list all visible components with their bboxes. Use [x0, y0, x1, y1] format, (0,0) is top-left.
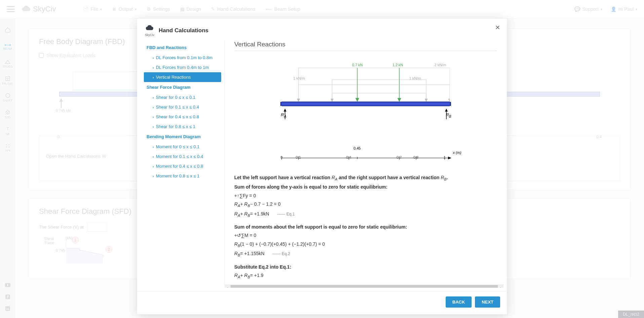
nav-item-moment-4[interactable]: ›Moment for 0.8 ≤ x ≤ 1 [144, 171, 221, 181]
scroll-right-icon[interactable]: › [498, 286, 504, 288]
modal-footer: BACK NEXT [137, 291, 507, 314]
chevron-right-icon: › [153, 174, 154, 178]
modal-title: Hand Calculations [159, 27, 208, 34]
modal-logo-icon [145, 25, 155, 32]
nav-item-moment-1[interactable]: ›Moment for 0 ≤ x ≤ 0.1 [144, 142, 221, 152]
modal-header: SkyCiv Hand Calculations ✕ [137, 18, 507, 41]
modal-content: Vertical Reactions 0.7 kN 1.2 kN 1 kN/m … [225, 41, 504, 288]
svg-rect-18 [298, 68, 450, 85]
nav-item-shear-4[interactable]: ›Shear for 0.8 ≤ x ≤ 1 [144, 122, 221, 131]
nav-section-bmd[interactable]: Bending Moment Diagram [144, 131, 221, 142]
chevron-right-icon: › [153, 164, 154, 168]
horizontal-scrollbar[interactable]: ‹ › [225, 285, 504, 288]
scroll-left-icon[interactable]: ‹ [225, 286, 231, 288]
chevron-right-icon: › [153, 145, 154, 149]
chevron-right-icon: › [153, 125, 154, 129]
chevron-right-icon: › [153, 155, 154, 159]
nav-item-dl-1[interactable]: ›DL Forces from 0.1m to 0.8m [144, 53, 221, 63]
nav-item-vertical-reactions[interactable]: ›Vertical Reactions [144, 72, 221, 82]
back-button[interactable]: BACK [446, 296, 472, 308]
chevron-right-icon: › [153, 95, 154, 100]
nav-item-shear-1[interactable]: ›Shear for 0 ≤ x ≤ 0.1 [144, 92, 221, 102]
hand-calculations-modal: SkyCiv Hand Calculations ✕ FBD and React… [137, 18, 507, 314]
chevron-right-icon: › [153, 66, 154, 70]
fbd-axis: 0.45 0 0.1 0.4 0.7 0.8 1 x [282, 149, 450, 165]
chevron-right-icon: › [153, 56, 154, 60]
fbd-diagram: 0.7 kN 1.2 kN 1 kN/m 1 kN/m 2 kN/m [282, 58, 450, 138]
nav-item-shear-3[interactable]: ›Shear for 0.4 ≤ x ≤ 0.8 [144, 112, 221, 122]
svg-rect-21 [332, 80, 426, 93]
modal-close-button[interactable]: ✕ [495, 24, 500, 31]
nav-item-dl-2[interactable]: ›DL Forces from 0.4m to 1m [144, 63, 221, 72]
content-title: Vertical Reactions [234, 41, 497, 51]
chevron-right-icon: › [153, 115, 154, 119]
chevron-right-icon: › [153, 75, 154, 79]
chevron-right-icon: › [153, 105, 154, 109]
nav-section-fbd[interactable]: FBD and Reactions [144, 42, 221, 53]
nav-item-moment-3[interactable]: ›Moment for 0.4 ≤ x ≤ 0.8 [144, 161, 221, 171]
modal-nav: FBD and Reactions ›DL Forces from 0.1m t… [140, 41, 225, 288]
calculation-text: Let the left support have a vertical rea… [234, 174, 497, 280]
nav-item-moment-2[interactable]: ›Moment for 0.1 ≤ x ≤ 0.4 [144, 152, 221, 161]
nav-item-shear-2[interactable]: ›Shear for 0.1 ≤ x ≤ 0.4 [144, 102, 221, 112]
next-button[interactable]: NEXT [475, 296, 500, 308]
nav-section-sfd[interactable]: Shear Force Diagram [144, 82, 221, 92]
